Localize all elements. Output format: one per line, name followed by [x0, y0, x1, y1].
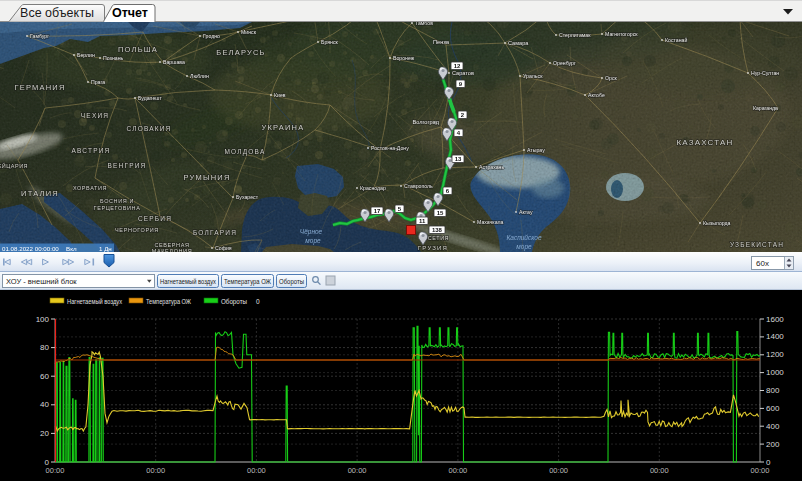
- svg-text:Самара: Самара: [508, 40, 529, 46]
- svg-text:Будапешт: Будапешт: [138, 95, 162, 101]
- svg-text:200: 200: [766, 440, 780, 449]
- svg-text:00:00: 00:00: [751, 466, 770, 475]
- svg-text:Люблин: Люблин: [190, 73, 209, 79]
- svg-text:АВСТРИЯ: АВСТРИЯ: [71, 147, 110, 154]
- svg-text:Пенза: Пенза: [433, 39, 450, 45]
- svg-text:00:00: 00:00: [449, 466, 468, 475]
- svg-text:00:00: 00:00: [146, 466, 165, 475]
- svg-text:ГЕРЦЕГОВИНА: ГЕРЦЕГОВИНА: [94, 205, 141, 211]
- svg-text:Температура ОЖ: Температура ОЖ: [224, 278, 271, 286]
- svg-text:УЗБЕКИСТАН: УЗБЕКИСТАН: [730, 241, 784, 248]
- svg-text:Берлин: Берлин: [77, 52, 95, 58]
- svg-text:Брянск: Брянск: [321, 39, 338, 45]
- svg-text:1000: 1000: [766, 368, 784, 377]
- svg-text:Обороты: Обороты: [221, 298, 247, 306]
- svg-text:ГРУЗИЯ: ГРУЗИЯ: [418, 245, 448, 251]
- svg-text:1400: 1400: [766, 332, 784, 341]
- svg-text:12: 12: [454, 63, 461, 69]
- svg-text:13: 13: [455, 156, 462, 162]
- svg-text:100: 100: [36, 315, 50, 324]
- svg-text:УКРАИНА: УКРАИНА: [262, 123, 305, 132]
- svg-text:Киев: Киев: [274, 92, 286, 98]
- svg-text:ИТАЛИЯ: ИТАЛИЯ: [21, 189, 59, 198]
- svg-text:Нагнетаемый воздух: Нагнетаемый воздух: [160, 278, 216, 286]
- svg-text:Орск: Орск: [605, 75, 618, 81]
- svg-text:Тамбов: Тамбов: [415, 22, 433, 26]
- svg-text:МОЛДОВА: МОЛДОВА: [225, 148, 266, 156]
- svg-text:Ростов-на-Дону: Ростов-на-Дону: [371, 145, 409, 151]
- svg-text:Отчет: Отчет: [112, 6, 148, 20]
- svg-text:20: 20: [40, 429, 49, 438]
- svg-text:ШВЕЙЦАРИЯ: ШВЕЙЦАРИЯ: [0, 162, 28, 169]
- svg-text:София: София: [215, 245, 232, 251]
- svg-text:ВЕНГРИЯ: ВЕНГРИЯ: [108, 162, 147, 169]
- svg-text:Уральск: Уральск: [523, 73, 543, 79]
- svg-text:Варшава: Варшава: [163, 59, 185, 65]
- svg-text:00:00: 00:00: [650, 466, 669, 475]
- svg-text:00:00: 00:00: [247, 466, 266, 475]
- svg-text:138: 138: [432, 227, 443, 233]
- svg-text:РУМЫНИЯ: РУМЫНИЯ: [183, 173, 230, 182]
- svg-text:00:00: 00:00: [46, 466, 65, 475]
- svg-text:Бухарест: Бухарест: [236, 194, 259, 200]
- svg-text:БОЛГАРИЯ: БОЛГАРИЯ: [193, 229, 237, 236]
- svg-text:Махачкала: Махачкала: [477, 219, 504, 225]
- svg-text:00:00: 00:00: [549, 466, 568, 475]
- svg-text:17: 17: [374, 208, 381, 214]
- svg-text:море: море: [516, 243, 532, 251]
- svg-text:Минск: Минск: [241, 29, 257, 35]
- svg-text:Стерлитамак: Стерлитамак: [559, 32, 591, 38]
- svg-text:БЕЛАРУСЬ: БЕЛАРУСЬ: [216, 48, 265, 57]
- svg-text:Кызылорда: Кызылорда: [703, 220, 731, 226]
- svg-text:Костанай: Костанай: [665, 37, 687, 43]
- svg-text:11: 11: [419, 218, 426, 224]
- svg-text:Астрахань: Астрахань: [479, 164, 504, 170]
- svg-text:00:00: 00:00: [348, 466, 367, 475]
- svg-text:СЛОВАКИЯ: СЛОВАКИЯ: [126, 125, 171, 132]
- svg-text:Караганда: Караганда: [753, 105, 778, 111]
- svg-text:море: море: [305, 237, 321, 245]
- svg-text:Чёрное: Чёрное: [300, 228, 323, 236]
- svg-text:15: 15: [437, 210, 444, 216]
- svg-text:Атырау: Атырау: [527, 147, 545, 153]
- svg-text:Волгоград: Волгоград: [412, 119, 439, 125]
- svg-text:Вкл: Вкл: [66, 245, 77, 252]
- svg-text:Прага: Прага: [91, 79, 105, 85]
- svg-text:Краснодар: Краснодар: [360, 185, 386, 191]
- svg-text:800: 800: [766, 386, 780, 395]
- svg-text:Актау: Актау: [519, 209, 533, 215]
- svg-text:ЧЕХИЯ: ЧЕХИЯ: [81, 112, 109, 119]
- svg-text:1 Дн: 1 Дн: [99, 245, 112, 252]
- svg-text:40: 40: [40, 400, 49, 409]
- svg-text:Оренбург: Оренбург: [553, 60, 576, 66]
- svg-text:60: 60: [40, 372, 49, 381]
- svg-text:Нагнетаемый воздух: Нагнетаемый воздух: [67, 298, 123, 306]
- svg-text:ПОЛЬША: ПОЛЬША: [118, 45, 158, 54]
- svg-text:Все объекты: Все объекты: [20, 6, 94, 20]
- svg-text:600: 600: [766, 404, 780, 413]
- svg-text:0: 0: [256, 298, 260, 305]
- svg-text:Саратов: Саратов: [452, 70, 474, 76]
- svg-text:Воронеж: Воронеж: [393, 55, 415, 61]
- svg-text:Актобе: Актобе: [588, 92, 605, 98]
- svg-text:Нур-Султан: Нур-Султан: [751, 70, 779, 76]
- svg-text:Гамбург: Гамбург: [30, 33, 49, 39]
- svg-text:СЕРБИЯ: СЕРБИЯ: [138, 215, 172, 222]
- svg-text:Магнитогорск: Магнитогорск: [605, 31, 638, 37]
- svg-text:Ставрополь: Ставрополь: [404, 183, 433, 189]
- svg-text:1600: 1600: [766, 315, 784, 324]
- svg-text:60x: 60x: [756, 259, 769, 268]
- svg-text:Температура ОЖ: Температура ОЖ: [146, 298, 191, 306]
- svg-text:БОСНИЯ И: БОСНИЯ И: [100, 198, 134, 204]
- svg-text:400: 400: [766, 422, 780, 431]
- svg-text:Обороты: Обороты: [279, 278, 304, 286]
- svg-text:ХОУ - внешний блок: ХОУ - внешний блок: [6, 277, 77, 286]
- svg-text:КАЗАХСТАН: КАЗАХСТАН: [676, 138, 733, 147]
- svg-text:Гродно: Гродно: [203, 33, 220, 39]
- svg-text:1200: 1200: [766, 350, 784, 359]
- svg-text:01.08.2022 00:00:00: 01.08.2022 00:00:00: [2, 245, 59, 252]
- svg-text:ГЕРМАНИЯ: ГЕРМАНИЯ: [14, 83, 65, 92]
- svg-text:Познань: Познань: [103, 55, 124, 61]
- svg-text:Каспийское: Каспийское: [506, 234, 541, 241]
- svg-text:ЧЕРНОГОРИЯ: ЧЕРНОГОРИЯ: [115, 227, 159, 233]
